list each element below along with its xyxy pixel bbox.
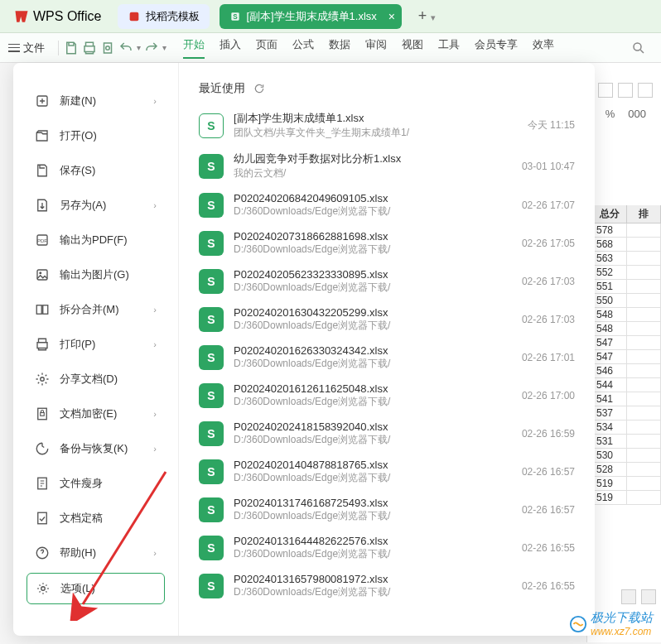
recent-file-row[interactable]: SP020240205623323330895.xlsxD:/360Downlo…: [199, 268, 575, 295]
menu-review[interactable]: 审阅: [365, 37, 387, 59]
cell-row[interactable]: 551: [593, 280, 661, 294]
sidebar-icon-7: [35, 337, 50, 352]
cell-row[interactable]: 528: [593, 463, 661, 477]
file-path: D:/360Downloads/Edge浏览器下载/: [234, 585, 512, 599]
redo-chevron-icon[interactable]: ▾: [162, 43, 166, 52]
cell-row[interactable]: 544: [593, 378, 661, 392]
sidebar-item-3[interactable]: 另存为(A)›: [27, 190, 165, 220]
cell-row[interactable]: 552: [593, 266, 661, 280]
cell-row[interactable]: 550: [593, 294, 661, 308]
cell-row[interactable]: 531: [593, 435, 661, 449]
title-bar: WPS Office 找稻壳模板 S [副本]学生期末成绩单1.xlsx × +…: [0, 0, 661, 33]
sidebar-label: 保存(S): [60, 163, 95, 178]
redo-icon[interactable]: [144, 41, 159, 55]
sidebar-item-1[interactable]: 打开(O): [27, 121, 165, 151]
menu-efficiency[interactable]: 效率: [533, 37, 554, 59]
cell-row[interactable]: 534: [593, 421, 661, 435]
cell-row[interactable]: 568: [593, 238, 661, 252]
recent-file-row[interactable]: SP020240131657980081972.xlsxD:/360Downlo…: [199, 573, 575, 599]
cell-row[interactable]: 578: [593, 223, 661, 238]
sidebar-item-6[interactable]: 拆分合并(M)›: [27, 295, 165, 324]
cell-row[interactable]: 546: [593, 364, 661, 378]
sidebar-item-9[interactable]: 文档加密(E)›: [27, 399, 165, 429]
tab-template[interactable]: 找稻壳模板: [118, 4, 210, 29]
recent-file-row[interactable]: SP020240201404878818765.xlsxD:/360Downlo…: [199, 459, 575, 485]
recent-file-row[interactable]: S[副本]学生期末成绩单1.xlsx团队文档/共享文件夹_学生期末成绩单1/今天…: [199, 111, 575, 140]
sheet-icon-2[interactable]: [641, 589, 656, 604]
sidebar-item-10[interactable]: 备份与恢复(K)›: [27, 434, 165, 464]
recent-file-row[interactable]: SP020240131746168725493.xlsxD:/360Downlo…: [199, 497, 575, 523]
search-icon[interactable]: [631, 41, 646, 55]
recent-file-row[interactable]: SP020240201630432205299.xlsxD:/360Downlo…: [199, 306, 575, 333]
sidebar-item-5[interactable]: 输出为图片(G): [27, 260, 165, 290]
percent-label[interactable]: %: [606, 108, 615, 120]
bg-icon-1[interactable]: [598, 83, 613, 98]
sidebar-item-7[interactable]: 打印(P)›: [27, 329, 165, 359]
sidebar-item-8[interactable]: 分享文档(D): [27, 364, 165, 394]
tab-active-label: [副本]学生期末成绩单1.xlsx: [246, 9, 376, 24]
sidebar-label: 文档加密(E): [60, 406, 117, 421]
cell-row[interactable]: 547: [593, 336, 661, 350]
sidebar-item-12[interactable]: 文档定稿: [27, 503, 165, 533]
recent-file-row[interactable]: S幼儿园竞争对手数据对比分析1.xlsx我的云文档/03-01 10:47: [199, 151, 575, 180]
add-tab-button[interactable]: + ▾: [412, 7, 443, 25]
recent-file-row[interactable]: SP020240206842049609105.xlsxD:/360Downlo…: [199, 192, 575, 219]
svg-rect-0: [130, 12, 139, 21]
print-preview-icon[interactable]: [100, 41, 115, 55]
sidebar-item-4[interactable]: PDF输出为PDF(F): [27, 225, 165, 255]
sidebar-item-0[interactable]: 新建(N)›: [27, 86, 165, 116]
sidebar-item-11[interactable]: 文件瘦身: [27, 469, 165, 498]
cell-row[interactable]: 530: [593, 449, 661, 463]
recent-file-row[interactable]: SP020240202418158392040.xlsxD:/360Downlo…: [199, 421, 575, 447]
menu-data[interactable]: 数据: [329, 37, 350, 59]
sidebar-label: 备份与恢复(K): [60, 441, 128, 456]
col-total[interactable]: 总分: [593, 205, 627, 223]
column-headers: 总分 排: [593, 205, 661, 223]
cell-row[interactable]: 548: [593, 322, 661, 336]
print-icon[interactable]: [82, 41, 97, 55]
file-time: 02-26 16:55: [522, 542, 575, 554]
col-rank[interactable]: 排: [627, 205, 661, 223]
refresh-icon[interactable]: [253, 83, 265, 94]
menu-formula[interactable]: 公式: [292, 37, 314, 59]
sidebar-item-13[interactable]: 帮助(H)›: [27, 538, 165, 568]
recent-file-row[interactable]: SP020240201626330324342.xlsxD:/360Downlo…: [199, 344, 575, 371]
cell-row[interactable]: 519: [593, 477, 661, 491]
cell-row[interactable]: 537: [593, 406, 661, 421]
cell-row[interactable]: 547: [593, 350, 661, 364]
sidebar-item-14[interactable]: 选项(L): [27, 573, 165, 604]
decimal-label[interactable]: 000: [628, 108, 646, 120]
menu-member[interactable]: 会员专享: [475, 37, 518, 59]
undo-icon[interactable]: [118, 41, 133, 55]
cell-row[interactable]: 563: [593, 252, 661, 266]
recent-file-row[interactable]: SP020240207318662881698.xlsxD:/360Downlo…: [199, 230, 575, 257]
menu-tools[interactable]: 工具: [438, 37, 460, 59]
sidebar-item-2[interactable]: 保存(S): [27, 156, 165, 185]
menu-view[interactable]: 视图: [402, 37, 423, 59]
bg-icon-3[interactable]: [638, 83, 653, 98]
svg-point-18: [41, 587, 46, 591]
cell-empty: [627, 435, 661, 448]
close-icon[interactable]: ×: [388, 10, 395, 23]
sheet-icon-1[interactable]: [621, 589, 636, 604]
menu-start[interactable]: 开始: [183, 37, 205, 59]
cell-value: 550: [593, 294, 627, 307]
file-info: P020240201612611625048.xlsxD:/360Downloa…: [234, 382, 512, 409]
recent-file-row[interactable]: SP020240131644482622576.xlsxD:/360Downlo…: [199, 535, 575, 561]
bg-icon-2[interactable]: [618, 83, 633, 98]
save-icon[interactable]: [64, 41, 79, 55]
menu-page[interactable]: 页面: [256, 37, 277, 59]
tab-active-spreadsheet[interactable]: S [副本]学生期末成绩单1.xlsx ×: [220, 4, 401, 29]
sidebar-label: 新建(N): [60, 94, 96, 108]
undo-chevron-icon[interactable]: ▾: [137, 43, 141, 52]
cell-row[interactable]: 541: [593, 392, 661, 406]
chevron-right-icon: ›: [153, 409, 157, 419]
cell-row[interactable]: 519: [593, 491, 661, 505]
spreadsheet-file-icon: S: [199, 497, 224, 522]
sidebar-label: 打开(O): [60, 128, 97, 143]
file-menu-button[interactable]: 文件: [0, 41, 53, 55]
recent-file-row[interactable]: SP020240201612611625048.xlsxD:/360Downlo…: [199, 382, 575, 409]
recent-header: 最近使用: [199, 81, 575, 96]
menu-insert[interactable]: 插入: [220, 37, 241, 59]
cell-row[interactable]: 548: [593, 308, 661, 322]
